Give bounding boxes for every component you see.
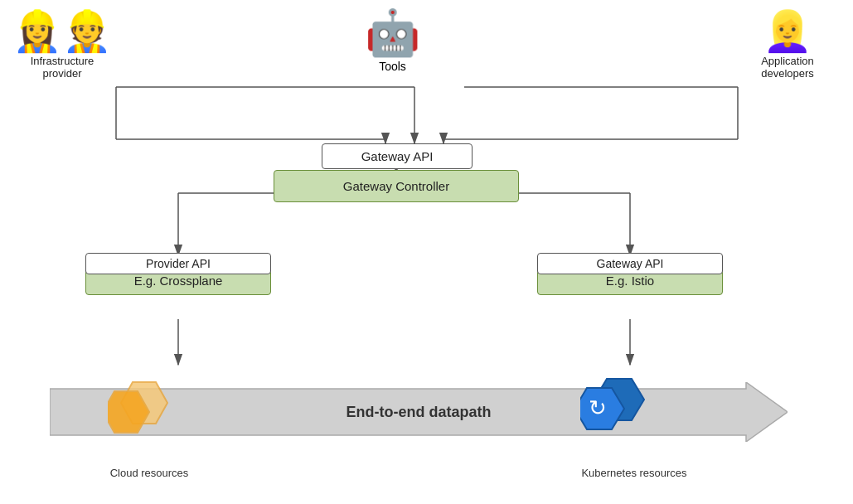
cloud-resources-icon	[108, 380, 174, 438]
robot-icon: 🤖	[365, 7, 420, 59]
gateway-api-white-label: Gateway API	[537, 253, 723, 274]
diagram: 👷‍♀️👷 Infrastructure provider 👱‍♀️ Appli…	[0, 0, 853, 504]
appdev-persona: 👱‍♀️ Application developers	[734, 8, 841, 80]
gateway-api-combo: Gateway API E.g. Istio	[537, 253, 723, 295]
infra-persona: 👷‍♀️👷 Infrastructure provider	[4, 8, 120, 80]
gateway-controller-box: Gateway Controller	[274, 170, 519, 202]
provider-api-combo: Provider API E.g. Crossplane	[85, 253, 271, 295]
provider-api-white-label: Provider API	[85, 253, 271, 274]
cloud-hex-svg	[108, 380, 174, 434]
gateway-api-top-label: Gateway API	[361, 149, 434, 163]
gateway-controller-label: Gateway Controller	[343, 179, 449, 193]
k8s-resources-label: Kubernetes resources	[555, 467, 713, 479]
cloud-resources-label: Cloud resources	[83, 467, 216, 479]
infra-label: Infrastructure provider	[31, 55, 95, 80]
infra-emoji: 👷‍♀️👷	[4, 8, 120, 55]
appdev-label: Application developers	[761, 55, 814, 80]
tools-label: Tools	[379, 60, 406, 73]
gateway-api-top-box: Gateway API	[322, 143, 473, 169]
k8s-hex-svg: ↻	[580, 377, 651, 439]
svg-text:↻: ↻	[589, 395, 607, 420]
k8s-resources-icon: ↻	[580, 377, 651, 443]
appdev-emoji: 👱‍♀️	[734, 8, 841, 55]
tools-group: 🤖 Tools	[365, 7, 420, 74]
